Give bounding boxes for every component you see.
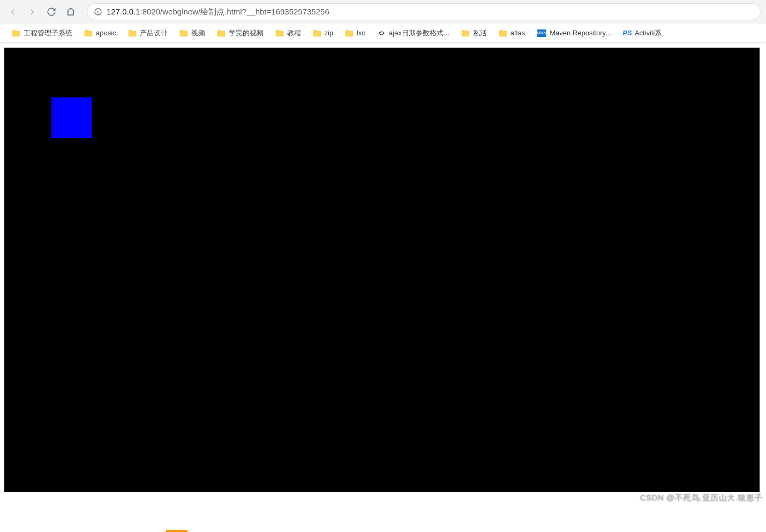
nav-toolbar: 127.0.0.1:8020/webglnew/绘制点.html?__hbt=1…	[0, 0, 766, 24]
bookmark-label: ajax日期参数格式...	[389, 28, 449, 38]
bookmark-item[interactable]: lxc	[341, 27, 370, 39]
bookmark-label: apusic	[96, 29, 116, 37]
bookmark-item[interactable]: zip	[309, 27, 338, 39]
bookmark-label: zip	[325, 29, 334, 37]
url-host: 127.0.0.1	[107, 7, 140, 16]
folder-icon	[217, 29, 226, 37]
folder-icon	[313, 29, 321, 37]
taskbar-highlight	[166, 530, 187, 532]
bookmark-item[interactable]: apusic	[80, 27, 121, 39]
bookmark-label: lxc	[357, 29, 365, 37]
bookmark-item[interactable]: MVNMaven Repository...	[532, 27, 615, 39]
bookmark-label: Maven Repository...	[550, 29, 611, 37]
ajax-icon	[377, 29, 386, 37]
url-text: 127.0.0.1:8020/webglnew/绘制点.html?__hbt=1…	[107, 7, 329, 17]
bookmark-item[interactable]: PSActiviti系	[619, 26, 666, 40]
bookmark-item[interactable]: 工程管理子系统	[7, 26, 77, 40]
bookmark-label: 教程	[287, 28, 301, 38]
bookmark-label: 工程管理子系统	[24, 28, 72, 38]
bookmark-item[interactable]: 视频	[175, 26, 209, 40]
svg-point-3	[380, 32, 381, 33]
browser-chrome: 127.0.0.1:8020/webglnew/绘制点.html?__hbt=1…	[0, 0, 766, 43]
bookmark-item[interactable]: atlas	[494, 27, 529, 39]
folder-icon	[179, 29, 188, 37]
reload-button[interactable]	[44, 4, 59, 19]
webgl-canvas[interactable]	[4, 48, 760, 492]
bookmark-label: 私活	[473, 28, 487, 38]
url-path: :8020/webglnew/绘制点.html?__hbt=1693529735…	[140, 7, 329, 16]
mvn-icon: MVN	[537, 29, 546, 37]
folder-icon	[461, 29, 470, 37]
back-button[interactable]	[5, 4, 20, 19]
address-bar[interactable]: 127.0.0.1:8020/webglnew/绘制点.html?__hbt=1…	[87, 3, 761, 20]
ps-icon: PS	[623, 29, 632, 37]
drawn-point	[51, 97, 92, 138]
folder-icon	[84, 29, 93, 37]
bookmarks-bar: 工程管理子系统apusic产品设计视频学完的视频教程ziplxcajax日期参数…	[0, 24, 766, 43]
bookmark-label: atlas	[510, 29, 525, 37]
bookmark-item[interactable]: 私活	[457, 26, 491, 40]
watermark-text: CSDN @不死鸟.亚历山大.狼崽子	[640, 493, 763, 503]
folder-icon	[12, 29, 20, 37]
bookmark-label: 产品设计	[140, 28, 168, 38]
forward-button[interactable]	[25, 4, 40, 19]
bookmark-item[interactable]: ajax日期参数格式...	[373, 26, 454, 40]
bookmark-label: 学完的视频	[229, 28, 264, 38]
home-button[interactable]	[63, 4, 78, 19]
folder-icon	[345, 29, 354, 37]
bookmark-label: 视频	[191, 28, 205, 38]
bookmark-item[interactable]: 学完的视频	[213, 26, 268, 40]
folder-icon	[128, 29, 137, 37]
bookmark-item[interactable]: 教程	[271, 26, 305, 40]
page-content	[0, 43, 766, 532]
bookmark-label: Activiti系	[635, 28, 662, 38]
folder-icon	[499, 29, 507, 37]
site-info-icon[interactable]	[94, 7, 102, 16]
bookmark-item[interactable]: 产品设计	[124, 26, 172, 40]
folder-icon	[275, 29, 284, 37]
